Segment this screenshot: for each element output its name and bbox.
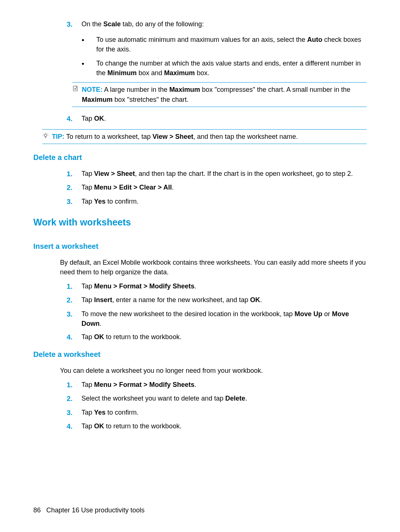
svg-line-7 (43, 134, 44, 134)
delete-chart-step-2: 2. Tap Menu > Edit > Clear > All. (67, 183, 367, 193)
delete-worksheet-intro: You can delete a worksheet you no longer… (60, 366, 367, 375)
step-body: Tap OK to return to the workbook. (81, 332, 367, 342)
step-body: Select the worksheet you want to delete … (81, 394, 367, 404)
bullet-minmax: ● To change the number at which the axis… (81, 58, 367, 78)
delete-chart-step-1: 1. Tap View > Sheet, and then tap the ch… (67, 169, 367, 179)
tip-box: TIP: To return to a worksheet, tap View … (42, 129, 367, 144)
chapter-label: Chapter 16 Use productivity tools (46, 506, 144, 514)
insert-worksheet-intro: By default, an Excel Mobile workbook con… (60, 258, 367, 277)
step-number: 3. (67, 19, 81, 31)
step-body: Tap Yes to confirm. (81, 197, 367, 207)
page-content: 3. On the Scale tab, do any of the follo… (33, 19, 367, 432)
heading-delete-worksheet: Delete a worksheet (33, 349, 367, 360)
delete-ws-step-1: 1. Tap Menu > Format > Modify Sheets. (67, 380, 367, 390)
note-label: NOTE: (82, 86, 103, 93)
bullet-icon: ● (81, 58, 96, 78)
bullet-icon: ● (81, 35, 96, 54)
step-body: Tap Insert, enter a name for the new wor… (81, 295, 367, 305)
step-text: Tap OK. (81, 114, 367, 123)
step-number: 2. (67, 394, 81, 404)
heading-insert-worksheet: Insert a worksheet (33, 241, 367, 252)
step-body: On the Scale tab, do any of the followin… (81, 19, 367, 31)
step-body: Tap Menu > Edit > Clear > All. (81, 183, 367, 193)
step-text: On the Scale tab, do any of the followin… (81, 19, 367, 29)
step-4: 4. Tap OK. (67, 114, 367, 126)
step-number: 4. (67, 114, 81, 126)
step-number: 4. (67, 332, 81, 342)
step-number: 2. (67, 183, 81, 193)
insert-ws-step-3: 3. To move the new worksheet to the desi… (67, 309, 367, 328)
step-number: 4. (67, 421, 81, 432)
step-number: 3. (67, 309, 81, 328)
bullet-text: To change the number at which the axis v… (96, 58, 367, 78)
delete-chart-step-3: 3. Tap Yes to confirm. (67, 197, 367, 207)
step-body: To move the new worksheet to the desired… (81, 309, 367, 328)
step-body: Tap Menu > Format > Modify Sheets. (81, 281, 367, 292)
note-box: NOTE: A large number in the Maximum box … (72, 82, 367, 107)
note-body: NOTE: A large number in the Maximum box … (82, 85, 367, 104)
step-3: 3. On the Scale tab, do any of the follo… (67, 19, 367, 31)
step-body: Tap Yes to confirm. (81, 408, 367, 418)
page-number: 86 (33, 506, 41, 514)
svg-line-8 (47, 134, 48, 134)
step-number: 1. (67, 169, 81, 179)
step-number: 2. (67, 295, 81, 305)
heading-work-with-worksheets: Work with worksheets (33, 215, 367, 229)
step-body: Tap OK to return to the workbook. (81, 421, 367, 432)
insert-ws-step-4: 4. Tap OK to return to the workbook. (67, 332, 367, 342)
note-icon (72, 85, 82, 104)
step-body: Tap View > Sheet, and then tap the chart… (81, 169, 367, 179)
svg-point-3 (44, 134, 47, 137)
tip-body: TIP: To return to a worksheet, tap View … (52, 132, 367, 141)
step-number: 3. (67, 197, 81, 207)
step-body: Tap Menu > Format > Modify Sheets. (81, 380, 367, 390)
lightbulb-icon (42, 132, 52, 141)
bullet-auto: ● To use automatic minimum and maximum v… (81, 35, 367, 54)
step-number: 1. (67, 380, 81, 390)
bullet-text: To use automatic minimum and maximum val… (96, 35, 367, 54)
tip-label: TIP: (52, 133, 64, 140)
step-number: 3. (67, 408, 81, 418)
step-number: 1. (67, 281, 81, 292)
delete-ws-step-2: 2. Select the worksheet you want to dele… (67, 394, 367, 404)
delete-ws-step-3: 3. Tap Yes to confirm. (67, 408, 367, 418)
heading-delete-chart: Delete a chart (33, 152, 367, 163)
step-body: Tap OK. (81, 114, 367, 126)
insert-ws-step-2: 2. Tap Insert, enter a name for the new … (67, 295, 367, 305)
page-footer: 86 Chapter 16 Use productivity tools (33, 505, 144, 515)
insert-ws-step-1: 1. Tap Menu > Format > Modify Sheets. (67, 281, 367, 292)
delete-ws-step-4: 4. Tap OK to return to the workbook. (67, 421, 367, 432)
